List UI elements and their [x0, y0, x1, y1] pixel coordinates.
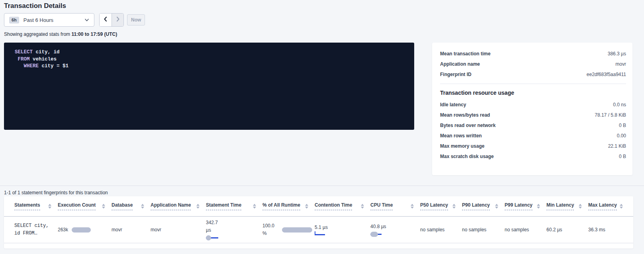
pct-runtime-cell: 100.0 %: [262, 222, 315, 237]
resource-value: 22.1 KiB: [608, 143, 626, 149]
sort-icon[interactable]: [102, 204, 105, 209]
resource-row: Mean rows/bytes read 78.17 / 5.8 KiB: [440, 110, 626, 120]
resource-row: Max scratch disk usage 0 B: [440, 151, 626, 162]
pct-runtime-bar: [282, 227, 312, 233]
resource-row: Bytes read over network 0 B: [440, 120, 626, 131]
sql-line: SELECT city, id: [15, 49, 406, 56]
execution-count-bar: [72, 227, 91, 233]
resource-value: 0.00: [617, 133, 626, 139]
column-header-cpu-time[interactable]: CPU Time: [370, 202, 420, 210]
stats-caption-prefix: Showing aggregated stats from: [4, 31, 71, 37]
overview-label: Mean transaction time: [440, 51, 491, 57]
application-name-cell: movr: [151, 227, 206, 233]
aggregated-stats-caption: Showing aggregated stats from 11:00 to 1…: [4, 31, 117, 37]
database-cell: movr: [112, 227, 151, 233]
interval-badge: 6h: [9, 17, 19, 23]
overview-row: Fingerprint ID ee2df683f5aa9411: [440, 69, 626, 80]
overview-row: Application name movr: [440, 59, 626, 69]
now-button[interactable]: Now: [127, 14, 145, 25]
sort-icon[interactable]: [253, 204, 256, 209]
resource-row: Mean rows written 0.00: [440, 131, 626, 141]
statement-time-cell: 342.7 µs: [206, 219, 262, 240]
cpu-time-cell: 40.8 µs: [370, 223, 420, 237]
sql-keyword: WHERE: [24, 63, 39, 69]
resource-label: Mean rows/bytes read: [440, 112, 490, 118]
sort-icon[interactable]: [495, 204, 498, 209]
p50-latency-cell: no samples: [420, 227, 462, 233]
overview-value: 386.3 µs: [608, 51, 626, 57]
p90-latency-cell: no samples: [462, 227, 505, 233]
statements-table: Statements Execution Count Database Appl…: [4, 196, 633, 248]
sort-icon[interactable]: [537, 204, 540, 209]
max-latency-cell: 36.3 ms: [588, 227, 629, 233]
resource-row: Idle latency 0.0 ns: [440, 100, 626, 110]
overview-value: ee2df683f5aa9411: [587, 72, 626, 77]
p99-latency-cell: no samples: [505, 227, 546, 233]
sort-icon[interactable]: [361, 204, 364, 209]
resource-label: Bytes read over network: [440, 123, 495, 128]
column-header-statements[interactable]: Statements: [14, 202, 58, 210]
sql-keyword: SELECT: [15, 49, 33, 55]
statement-fingerprint-link[interactable]: SELECT city,id FROM…: [14, 222, 58, 237]
page-title: Transaction Details: [4, 2, 66, 10]
resource-label: Mean rows written: [440, 133, 482, 139]
column-header-p50-latency[interactable]: P50 Latency: [420, 202, 462, 210]
sql-line: FROM vehicles: [15, 56, 406, 63]
resource-label: Max scratch disk usage: [440, 154, 494, 159]
chevron-down-icon: [84, 18, 89, 22]
statements-count-caption: 1-1 of 1 statement fingerprints for this…: [4, 190, 108, 195]
resource-usage-heading: Transaction resource usage: [440, 90, 626, 96]
chevron-right-icon: [115, 16, 120, 23]
next-interval-button[interactable]: [112, 14, 123, 26]
resource-label: Max memory usage: [440, 143, 484, 149]
time-picker-row: 6h Past 6 Hours Now: [4, 13, 145, 27]
sort-icon[interactable]: [141, 204, 144, 209]
statement-cell: SELECT city,id FROM…: [14, 222, 58, 237]
column-header-execution-count[interactable]: Execution Count: [58, 202, 112, 210]
statements-table-header: Statements Execution Count Database Appl…: [4, 196, 633, 217]
column-header-contention-time[interactable]: Contention Time: [315, 202, 370, 210]
resource-value: 0 B: [619, 123, 626, 128]
table-row: SELECT city,id FROM… 263k movr movr 342.…: [4, 217, 633, 243]
statement-time-bar: [206, 235, 262, 240]
column-header-statement-time[interactable]: Statement Time: [206, 202, 262, 210]
time-range-dropdown[interactable]: 6h Past 6 Hours: [4, 13, 94, 27]
transaction-overview-card: Mean transaction time 386.3 µs Applicati…: [432, 43, 632, 175]
sort-icon[interactable]: [579, 204, 582, 209]
column-header-pct-runtime[interactable]: % of All Runtime: [262, 202, 315, 210]
column-header-max-latency[interactable]: Max Latency: [588, 202, 629, 210]
overview-value: movr: [615, 61, 626, 67]
sql-line: WHERE city = $1: [15, 63, 406, 70]
overview-label: Fingerprint ID: [440, 72, 472, 77]
section-divider: [0, 186, 644, 186]
sort-icon[interactable]: [48, 204, 51, 209]
sort-icon[interactable]: [305, 204, 308, 209]
resource-value: 0.0 ns: [613, 102, 626, 107]
contention-time-cell: 5.1 µs: [315, 225, 370, 235]
prev-interval-button[interactable]: [100, 14, 112, 26]
sql-statement-box: SELECT city, id FROM vehicles WHERE city…: [4, 43, 414, 130]
resource-value: 78.17 / 5.8 KiB: [595, 112, 626, 118]
sort-icon[interactable]: [411, 204, 414, 209]
execution-count-cell: 263k: [58, 227, 112, 233]
column-header-min-latency[interactable]: Min Latency: [546, 202, 588, 210]
stats-caption-range: 11:00 to 17:59 (UTC): [71, 31, 117, 37]
min-latency-cell: 60.2 µs: [546, 227, 588, 233]
resource-label: Idle latency: [440, 102, 466, 107]
time-nav-group: [99, 13, 124, 27]
chevron-left-icon: [103, 16, 108, 23]
overview-row: Mean transaction time 386.3 µs: [440, 49, 626, 59]
cpu-time-bar: [370, 232, 420, 237]
sort-icon[interactable]: [452, 204, 456, 209]
resource-value: 0 B: [619, 154, 626, 159]
overview-divider: [440, 84, 626, 84]
resource-row: Max memory usage 22.1 KiB: [440, 141, 626, 151]
column-header-database[interactable]: Database: [112, 202, 151, 210]
sql-keyword: FROM: [18, 57, 30, 62]
overview-label: Application name: [440, 61, 480, 67]
sort-icon[interactable]: [196, 204, 200, 209]
column-header-p99-latency[interactable]: P99 Latency: [505, 202, 546, 210]
sort-icon[interactable]: [620, 204, 623, 209]
column-header-application-name[interactable]: Application Name: [151, 202, 206, 210]
column-header-p90-latency[interactable]: P90 Latency: [462, 202, 505, 210]
